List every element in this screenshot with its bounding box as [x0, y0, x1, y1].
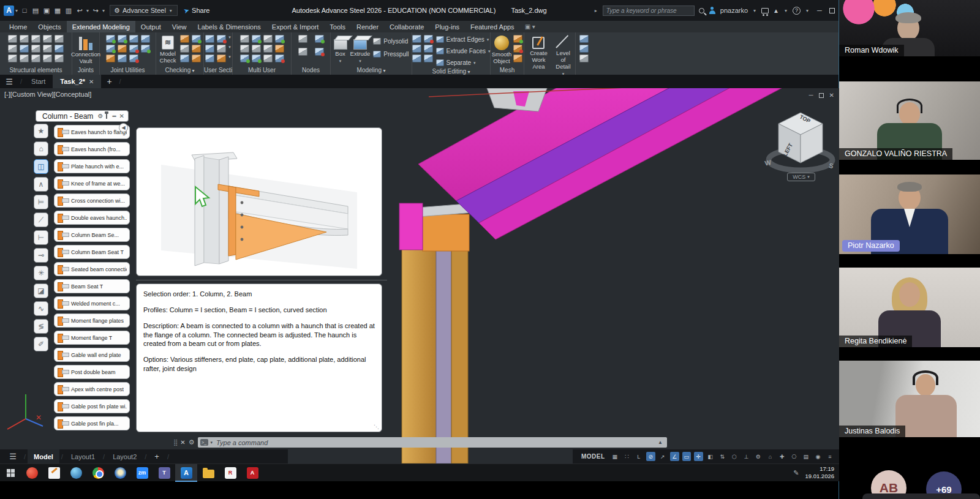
joint-item[interactable]: Moment flange T [54, 331, 130, 345]
tool-icon[interactable] [275, 45, 284, 53]
print-icon[interactable]: ▥ [64, 6, 74, 15]
tool-icon[interactable] [205, 45, 214, 53]
tool-icon[interactable] [141, 45, 150, 53]
joint-item[interactable]: Beam Seat T [54, 279, 130, 293]
command-customize-icon[interactable]: ⚙ [189, 438, 195, 446]
taskbar-app-teams[interactable]: T [153, 464, 175, 482]
command-history-icon[interactable]: ▲ [658, 440, 665, 445]
joint-item[interactable]: Eaves haunch (fro... [54, 142, 130, 156]
layout-menu-icon[interactable]: ☰ [4, 452, 22, 461]
participant-video[interactable]: GONZALO VALIÑO RIESTRA [839, 81, 980, 160]
file-tab-start[interactable]: Start [24, 75, 53, 88]
category-apex-icon[interactable]: ∧ [34, 177, 48, 192]
tool-icon[interactable] [118, 45, 127, 53]
tool-icon[interactable] [20, 45, 29, 53]
save-as-icon[interactable]: ▦ [53, 6, 62, 15]
category-stairs-icon[interactable]: ≶ [34, 319, 48, 334]
tool-icon[interactable] [579, 54, 589, 62]
connection-vault-button[interactable]: Connection Vault [71, 35, 100, 65]
joint-item[interactable]: Gable post fin plate wi... [54, 399, 130, 413]
ortho-toggle-icon[interactable]: L [635, 452, 644, 461]
tool-icon[interactable] [106, 54, 115, 62]
cart-icon[interactable] [761, 8, 769, 13]
tool-icon[interactable] [263, 35, 273, 43]
tab-featured-apps[interactable]: Featured Apps [465, 21, 520, 32]
undo-icon[interactable]: ↩ [75, 6, 85, 15]
taskbar-app-r[interactable]: R [219, 464, 241, 482]
transparency-icon[interactable]: ◧ [706, 452, 715, 461]
tool-icon[interactable] [180, 54, 189, 62]
tool-icon[interactable] [217, 35, 226, 43]
taskbar-app-notepad[interactable] [43, 464, 65, 482]
tool-icon[interactable] [424, 54, 433, 62]
category-turnbuckle-icon[interactable]: ⊸ [34, 248, 48, 263]
file-tabs-menu-icon[interactable]: ☰ [0, 75, 18, 88]
palette-pin-icon[interactable] [106, 114, 107, 119]
tool-icon[interactable] [315, 48, 324, 56]
tool-icon[interactable] [118, 54, 127, 62]
command-input[interactable] [215, 438, 655, 447]
level-of-detail-button[interactable]: Level of Detail▾ [554, 35, 573, 77]
category-column-beam-icon[interactable]: ◫ [34, 159, 48, 174]
model-space-toggle[interactable]: MODEL [581, 453, 605, 460]
joint-item[interactable]: Column Beam Se... [54, 228, 130, 242]
object-snap-icon[interactable]: ▭ [682, 452, 692, 461]
tool-icon[interactable] [141, 35, 150, 43]
help-caret-icon[interactable]: ▾ [806, 8, 809, 13]
new-file-icon[interactable]: □ [20, 6, 29, 15]
tool-icon[interactable] [20, 54, 29, 62]
tool-icon[interactable] [275, 35, 284, 43]
status-menu-icon[interactable]: ≡ [826, 452, 835, 461]
workspace-switcher[interactable]: ⚙ Advance Steel ▾ [110, 5, 178, 16]
app-logo-icon[interactable]: A [4, 6, 14, 16]
joint-item[interactable]: Moment flange plates [54, 313, 130, 328]
joint-item[interactable]: Gable wall end plate [54, 348, 130, 362]
pen-icon[interactable]: ✎ [793, 469, 799, 477]
autodesk-caret-icon[interactable]: ▾ [785, 8, 787, 13]
taskbar-clock[interactable]: 17:19 19.01.2026 [805, 465, 834, 480]
snap-toggle-icon[interactable]: ⸬ [622, 452, 631, 461]
units-icon[interactable]: ⎔ [790, 452, 799, 461]
resize-grip-icon[interactable]: ⋱ [374, 423, 380, 430]
viewport-minimize-icon[interactable]: ─ [809, 92, 813, 99]
redo-icon[interactable]: ↪ [91, 6, 100, 15]
joint-item[interactable]: Gable post fin pla... [54, 416, 130, 430]
search-icon[interactable] [699, 8, 704, 13]
command-close-icon[interactable]: ✕ [180, 439, 185, 446]
new-tab-button[interactable]: + [101, 75, 117, 88]
dynamic-ucs-icon[interactable]: ⊥ [742, 452, 751, 461]
tool-icon[interactable] [240, 54, 249, 62]
tool-icon[interactable] [192, 45, 201, 53]
taskbar-app-acrobat[interactable]: A [241, 464, 263, 482]
viewport-restore-icon[interactable] [819, 93, 824, 98]
layout-tab-model[interactable]: Model [28, 449, 59, 463]
command-drag-handle[interactable]: ⣿ [173, 439, 177, 446]
drawing-viewport[interactable]: ✕ [-][Custom View][Conceptual] ─ ✕ W S N… [0, 88, 839, 463]
participant-video[interactable]: Regita Bendikienė [839, 268, 980, 347]
tool-icon[interactable] [412, 45, 421, 53]
tool-icon[interactable] [8, 54, 17, 62]
new-layout-button[interactable]: + [148, 452, 165, 461]
box-button[interactable]: Box▾ [334, 35, 347, 64]
tool-icon[interactable] [129, 45, 138, 53]
isolate-objects-icon[interactable]: ◉ [813, 452, 823, 461]
model-check-button[interactable]: ≋Model Check [159, 35, 177, 64]
share-button[interactable]: ➤ Share [184, 7, 210, 15]
tool-icon[interactable] [43, 35, 52, 43]
polysolid-button[interactable]: Polysolid [373, 37, 409, 46]
layout-tab-layout2[interactable]: Layout2 [107, 449, 143, 463]
tool-icon[interactable] [240, 35, 249, 43]
tab-extended-modeling[interactable]: Extended Modeling [67, 21, 135, 32]
palette-minimize-icon[interactable]: ━ [113, 113, 116, 119]
tool-icon[interactable] [424, 35, 433, 43]
tool-icon[interactable] [129, 54, 138, 62]
create-work-area-button[interactable]: Create Work Area [527, 35, 551, 70]
tool-icon[interactable] [8, 45, 17, 53]
panel-splitter[interactable] [136, 280, 387, 280]
tool-icon[interactable] [106, 45, 115, 53]
joint-item[interactable]: Welded moment c... [54, 296, 130, 310]
tool-icon[interactable] [31, 54, 40, 62]
tab-tools[interactable]: Tools [324, 21, 351, 32]
tool-icon[interactable] [20, 35, 29, 43]
restore-button[interactable] [829, 8, 835, 13]
